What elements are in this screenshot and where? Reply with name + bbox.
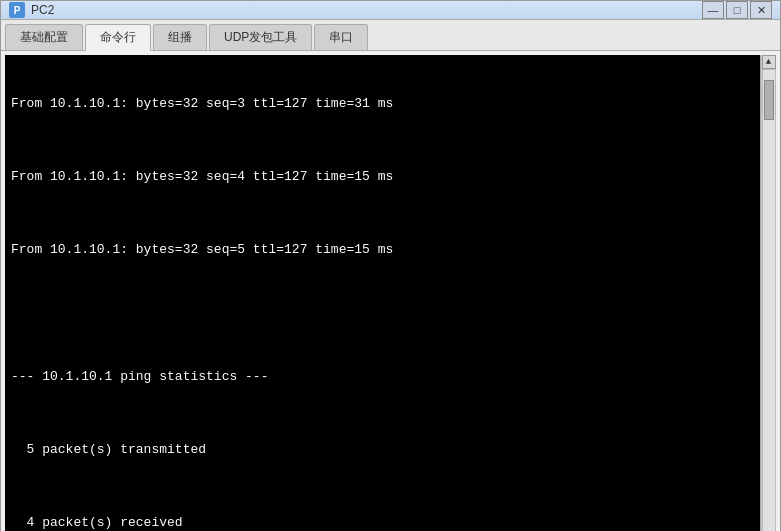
terminal-line-2: From 10.1.10.1: bytes=32 seq=5 ttl=127 t… <box>11 241 770 259</box>
title-bar: P PC2 — □ ✕ <box>1 1 780 20</box>
terminal-line-6: 4 packet(s) received <box>11 514 770 531</box>
content-area: From 10.1.10.1: bytes=32 seq=3 ttl=127 t… <box>1 51 780 531</box>
maximize-button[interactable]: □ <box>726 1 748 19</box>
terminal-line-4: --- 10.1.10.1 ping statistics --- <box>11 368 770 386</box>
scroll-thumb[interactable] <box>764 80 774 120</box>
close-button[interactable]: ✕ <box>750 1 772 19</box>
tab-bar: 基础配置 命令行 组播 UDP发包工具 串口 <box>1 20 780 51</box>
tab-basic-config[interactable]: 基础配置 <box>5 24 83 50</box>
terminal[interactable]: From 10.1.10.1: bytes=32 seq=3 ttl=127 t… <box>5 55 776 531</box>
tab-multicast[interactable]: 组播 <box>153 24 207 50</box>
terminal-line-0: From 10.1.10.1: bytes=32 seq=3 ttl=127 t… <box>11 95 770 113</box>
main-window: P PC2 — □ ✕ 基础配置 命令行 组播 UDP发包工具 串口 From … <box>0 0 781 531</box>
title-buttons: — □ ✕ <box>702 1 772 19</box>
window-icon: P <box>9 2 25 18</box>
scroll-up-button[interactable]: ▲ <box>762 55 776 69</box>
tab-serial[interactable]: 串口 <box>314 24 368 50</box>
minimize-button[interactable]: — <box>702 1 724 19</box>
tab-command-line[interactable]: 命令行 <box>85 24 151 51</box>
tab-udp-tool[interactable]: UDP发包工具 <box>209 24 312 50</box>
terminal-content: From 10.1.10.1: bytes=32 seq=3 ttl=127 t… <box>11 59 770 531</box>
scroll-track[interactable] <box>762 69 776 531</box>
scrollbar[interactable]: ▲ ▼ <box>760 55 776 531</box>
title-bar-left: P PC2 <box>9 2 54 18</box>
window-title: PC2 <box>31 3 54 17</box>
terminal-line-1: From 10.1.10.1: bytes=32 seq=4 ttl=127 t… <box>11 168 770 186</box>
terminal-line-5: 5 packet(s) transmitted <box>11 441 770 459</box>
